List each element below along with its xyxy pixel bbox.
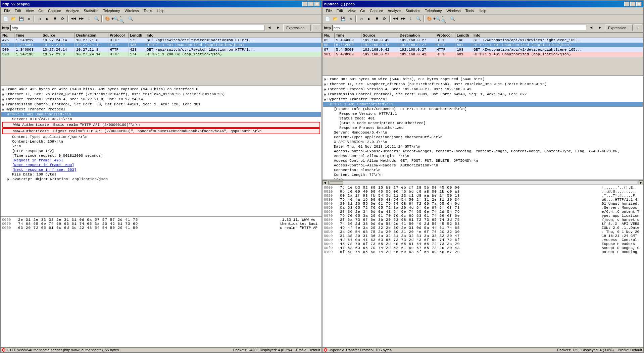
detail-line[interactable]: [Next response in frame: 503] (1, 167, 321, 172)
left-col-no[interactable]: No. (1, 33, 14, 38)
right-filter-input[interactable] (332, 25, 586, 31)
left-tb-go-to[interactable]: ↕ (85, 15, 93, 22)
right-scrollbar-h[interactable]: ◄ ► (323, 180, 643, 185)
scrollbar-track[interactable] (329, 181, 637, 185)
right-tb-save[interactable]: 💾 (339, 15, 347, 22)
detail-line[interactable]: Content-Type: application/json\r\n (1, 135, 321, 139)
detail-line[interactable]: Connection: close\r\n (323, 168, 643, 172)
detail-line[interactable]: Status Code: 401 (323, 116, 643, 121)
right-tb-zoom-reset[interactable]: 🔍 (449, 15, 456, 22)
left-detail-frame[interactable]: ⊕ Frame 498: 435 bytes on wire (3480 bit… (1, 87, 321, 92)
left-tb-find[interactable]: 🔍 (93, 15, 100, 22)
left-tb-save[interactable]: 💾 (17, 15, 25, 22)
right-detail-frame[interactable]: ⊕ Frame 88: 681 bytes on wire (5448 bits… (323, 77, 643, 82)
right-menu-go[interactable]: Go (358, 8, 367, 13)
detail-line[interactable]: Access-Control-Allow-Headers: Authorizat… (323, 163, 643, 168)
left-col-proto[interactable]: Protocol (108, 33, 129, 38)
left-col-src[interactable]: Source (41, 33, 75, 38)
left-tb-scroll-left[interactable]: ◄◄ (70, 15, 77, 22)
detail-line[interactable]: Access-Control-Allow-Methods: GET, POST,… (323, 158, 643, 163)
right-col-dst[interactable]: Destination (398, 33, 435, 38)
right-tb-capture[interactable]: ▶ (365, 15, 373, 22)
left-detail-ethernet[interactable]: ⊕ Ethernet II, Src: 2nTeleko_02:84:ff (7… (1, 92, 321, 97)
left-tb-open[interactable]: 📂 (10, 15, 17, 22)
left-plus-btn[interactable]: + (312, 24, 320, 31)
right-detail-tcp[interactable]: ⊕ Transmission Control Protocol, Src Por… (323, 92, 643, 97)
right-col-src[interactable]: Source (361, 33, 398, 38)
left-col-len[interactable]: Length (129, 33, 145, 38)
left-col-dst[interactable]: Destination (75, 33, 108, 38)
left-tb-scroll-right[interactable]: ►► (78, 15, 85, 22)
left-tb-zoom-in[interactable]: +🔍 (111, 15, 119, 22)
right-col-proto[interactable]: Protocol (435, 33, 455, 38)
right-tb-stop[interactable]: ■ (373, 15, 381, 22)
detail-line[interactable]: HTTP/1.1 401 Unauthorized\r\n (323, 102, 643, 107)
right-close-btn[interactable]: ✕ (636, 2, 642, 6)
scrollbar-right-arrow[interactable]: ► (639, 181, 643, 185)
detail-line[interactable]: WWW-Authenticate: Basic realm="HTTP API … (2, 122, 320, 128)
left-maximize-btn[interactable]: □ (308, 2, 314, 6)
right-tb-find[interactable]: 🔍 (415, 15, 422, 22)
left-detail-tcp[interactable]: ⊕ Transmission Control Protocol, Src Por… (1, 102, 321, 107)
right-minimize-btn[interactable]: _ (624, 2, 630, 6)
table-row[interactable]: 88 5.442000 192.168.0.42 192.168.0.27 HT… (323, 43, 643, 47)
detail-line[interactable]: X-API-VERSION: 2.0.1\r\n (323, 140, 643, 144)
left-menu-wireless[interactable]: Wireless (123, 8, 141, 13)
left-tb-close[interactable]: ✕ (25, 15, 33, 22)
right-menu-statistics[interactable]: Statistics (403, 8, 422, 13)
right-menu-analyze[interactable]: Analyze (386, 8, 403, 13)
left-filter-arrow-right[interactable]: ► (275, 24, 282, 32)
right-detail-ethernet[interactable]: ⊕ Ethernet II, Src: Raspberr_cf:28:5b (b… (323, 82, 643, 87)
detail-line[interactable]: Access-Control-Expose-Headers: Accept-Ra… (323, 149, 643, 154)
detail-line[interactable]: WWW-Authenticate: Digest realm="HTTP API… (2, 128, 320, 134)
left-menu-view[interactable]: View (24, 8, 36, 13)
right-menu-view[interactable]: View (346, 8, 358, 13)
right-tb-close[interactable]: ✕ (347, 15, 354, 22)
detail-line[interactable]: Response Phrase: Unauthorized (323, 125, 643, 130)
right-tb-open[interactable]: 📂 (332, 15, 339, 22)
right-tb-go-to[interactable]: ↕ (407, 15, 414, 22)
left-tb-zoom-out[interactable]: -🔍 (119, 15, 127, 22)
left-filter-input[interactable] (10, 25, 264, 31)
left-tb-capture[interactable]: ▶ (44, 15, 51, 22)
left-col-info[interactable]: Info (145, 33, 321, 38)
table-row[interactable]: 495 1.343239 10.27.24.14 10.27.21.8 HTTP… (1, 38, 321, 43)
detail-line[interactable]: Date: Thu, 01 Nov 2018 16:21:24 GMT\r\n (323, 144, 643, 149)
right-col-time[interactable]: Time (335, 33, 361, 38)
detail-line[interactable]: File Data: 109 bytes (1, 172, 321, 177)
left-tb-color[interactable]: 🎨 (104, 15, 111, 22)
left-expression-btn[interactable]: Expression... (283, 24, 311, 31)
left-menu-edit[interactable]: Edit (13, 8, 23, 13)
left-tb-restart[interactable]: ⟳ (59, 15, 66, 22)
left-detail-http-section[interactable]: ⊖ Hypertext Transfer Protocol (1, 107, 321, 112)
left-detail-ip[interactable]: ⊕ Internet Protocol Version 4, Src: 10.2… (1, 97, 321, 102)
right-tb-zoom-in[interactable]: +🔍 (433, 15, 441, 22)
right-menu-file[interactable]: File (324, 8, 334, 13)
table-row[interactable]: 500 1.346063 10.27.24.14 10.27.21.8 HTTP… (1, 47, 321, 52)
detail-line[interactable]: [Time since request: 0.001812000 seconds… (1, 153, 321, 158)
right-tb-restart[interactable]: ⟳ (381, 15, 388, 22)
right-menu-wireless[interactable]: Wireless (445, 8, 463, 13)
left-menu-telephony[interactable]: Telephony (101, 8, 122, 13)
right-tb-scroll-left[interactable]: ◄◄ (392, 15, 399, 22)
left-menu-go[interactable]: Go (36, 8, 45, 13)
right-filter-arrow-right[interactable]: ► (596, 24, 604, 32)
right-tb-reload[interactable]: ↺ (358, 15, 365, 22)
left-close-btn[interactable]: ✕ (314, 2, 320, 6)
right-col-no[interactable]: No. (323, 33, 335, 38)
left-filter-arrow-left[interactable]: ◄ (266, 24, 273, 32)
detail-line[interactable]: Content-Length: 109\r\n (1, 139, 321, 144)
detail-line[interactable]: \r\n (1, 144, 321, 149)
scrollbar-thumb[interactable] (330, 181, 343, 185)
detail-line[interactable]: \r\n (323, 177, 643, 180)
right-tb-zoom-out[interactable]: -🔍 (441, 15, 448, 22)
detail-line[interactable]: [Request in frame: 495] (1, 158, 321, 163)
detail-line[interactable]: Server: HTTP/24.1.33.11\r\n (1, 117, 321, 121)
left-menu-capture[interactable]: Capture (46, 8, 63, 13)
left-menu-analyze[interactable]: Analyze (64, 8, 81, 13)
table-row[interactable]: 498 1.345051 10.27.21.8 10.27.24.14 HTTP… (1, 43, 321, 47)
right-detail-ip[interactable]: ⊕ Internet Protocol Version 4, Src: 192.… (323, 87, 643, 92)
left-tb-new[interactable]: 📄 (2, 15, 9, 22)
detail-line[interactable]: Server: Mongoose/6.4\r\n (323, 130, 643, 135)
table-row[interactable]: 97 5.445000 192.168.0.42 192.168.0.27 HT… (323, 47, 643, 52)
